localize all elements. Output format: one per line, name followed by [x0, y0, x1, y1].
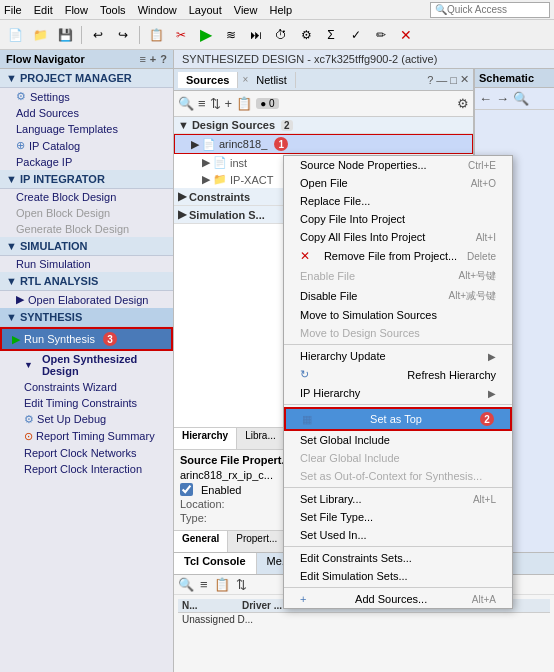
tab-minimize-icon[interactable]: —: [436, 74, 447, 86]
equals-icon[interactable]: ≡: [139, 53, 145, 65]
menu-view[interactable]: View: [234, 4, 258, 16]
check-button[interactable]: ✓: [345, 24, 367, 46]
tab-tcl-console[interactable]: Tcl Console: [174, 553, 257, 574]
ctx-disable-file[interactable]: Disable File Alt+减号键: [284, 286, 512, 306]
section-project-manager[interactable]: ▼ PROJECT MANAGER: [0, 69, 173, 88]
ctx-ip-hierarchy[interactable]: IP Hierarchy ▶: [284, 384, 512, 402]
tab-maximize-icon[interactable]: □: [450, 74, 457, 86]
tab-properties[interactable]: Propert...: [228, 531, 286, 552]
tab-library[interactable]: Libra...: [237, 428, 285, 449]
ctx-move-to-sim[interactable]: Move to Simulation Sources: [284, 306, 512, 324]
ctx-copy-all-files[interactable]: Copy All Files Into Project Alt+I: [284, 228, 512, 246]
nav-sub-report-clock[interactable]: Report Clock Networks: [0, 445, 173, 461]
step-button[interactable]: ⏭: [245, 24, 267, 46]
sigma-button[interactable]: Σ: [320, 24, 342, 46]
section-ip-integrator[interactable]: ▼ IP INTEGRATOR: [0, 170, 173, 189]
sort-icon[interactable]: ⇅: [210, 96, 221, 111]
menu-layout[interactable]: Layout: [189, 4, 222, 16]
menu-file[interactable]: File: [4, 4, 22, 16]
nav-item-open-elaborated-design[interactable]: ▶ Open Elaborated Design: [0, 291, 173, 308]
tab-hierarchy[interactable]: Hierarchy: [174, 428, 237, 449]
copy-button[interactable]: 📋: [145, 24, 167, 46]
add-sources-icon[interactable]: +: [225, 96, 233, 111]
ctx-edit-constraints[interactable]: Edit Constraints Sets...: [284, 549, 512, 567]
ctx-hierarchy-update[interactable]: Hierarchy Update ▶: [284, 347, 512, 365]
enabled-checkbox[interactable]: [180, 483, 193, 496]
stop-button[interactable]: ✕: [395, 24, 417, 46]
nav-item-language-templates[interactable]: Language Templates: [0, 121, 173, 137]
search-sources-icon[interactable]: 🔍: [178, 96, 194, 111]
sources-settings-icon[interactable]: ⚙: [457, 96, 469, 111]
nav-item-settings[interactable]: ⚙ Settings: [0, 88, 173, 105]
bottom-filter-icon[interactable]: ≡: [200, 577, 208, 592]
ctx-set-global-include[interactable]: Set Global Include: [284, 431, 512, 449]
bottom-copy-icon[interactable]: 📋: [214, 577, 230, 592]
section-synthesis[interactable]: ▼ SYNTHESIS: [0, 308, 173, 327]
cut-button[interactable]: ✂: [170, 24, 192, 46]
search-input[interactable]: [447, 4, 547, 15]
ctx-add-sources[interactable]: + Add Sources... Alt+A: [284, 590, 512, 608]
design-sources-section[interactable]: ▼ Design Sources 2: [174, 117, 473, 134]
tab-general[interactable]: General: [174, 531, 228, 552]
sch-forward-icon[interactable]: →: [496, 91, 509, 106]
tab-question-icon[interactable]: ?: [427, 74, 433, 86]
pen-button[interactable]: ✏: [370, 24, 392, 46]
ctx-set-as-top[interactable]: ▦ Set as Top 2: [284, 407, 512, 431]
bottom-search-icon[interactable]: 🔍: [178, 577, 194, 592]
ctx-open-file[interactable]: Open File Alt+O: [284, 174, 512, 192]
ctx-remove-file[interactable]: ✕ Remove File from Project... Delete: [284, 246, 512, 266]
nav-item-run-simulation[interactable]: Run Simulation: [0, 256, 173, 272]
nav-item-run-synthesis[interactable]: ▶ Run Synthesis 3: [0, 327, 173, 351]
nav-item-open-synthesized-design[interactable]: ▼ Open Synthesized Design: [0, 351, 173, 379]
ctx-source-node-properties[interactable]: Source Node Properties... Ctrl+E: [284, 156, 512, 174]
nav-item-ip-catalog[interactable]: ⊕ IP Catalog: [0, 137, 173, 154]
redo-button[interactable]: ↪: [112, 24, 134, 46]
menu-window[interactable]: Window: [138, 4, 177, 16]
ctx-copy-file[interactable]: Copy File Into Project: [284, 210, 512, 228]
bottom-sort-icon[interactable]: ⇅: [236, 577, 247, 592]
menu-tools[interactable]: Tools: [100, 4, 126, 16]
run-button[interactable]: ▶: [195, 24, 217, 46]
search-bar[interactable]: 🔍: [430, 2, 550, 18]
nav-sub-setup-debug[interactable]: ⚙ Set Up Debug: [0, 411, 173, 428]
filter-icon[interactable]: ≡: [198, 96, 206, 111]
sch-back-icon[interactable]: ←: [479, 91, 492, 106]
ctx-edit-sim-sets[interactable]: Edit Simulation Sets...: [284, 567, 512, 585]
ctx-set-file-type[interactable]: Set File Type...: [284, 508, 512, 526]
tab-netlist[interactable]: Netlist: [248, 72, 296, 88]
wave-button[interactable]: ≋: [220, 24, 242, 46]
section-rtl-analysis[interactable]: ▼ RTL ANALYSIS: [0, 272, 173, 291]
file-tree-item-arinc818[interactable]: ▶ 📄 arinc818_ 1: [174, 134, 473, 154]
undo-button[interactable]: ↩: [87, 24, 109, 46]
sch-search-icon[interactable]: 🔍: [513, 91, 529, 106]
ctx-set-library[interactable]: Set Library... Alt+L: [284, 490, 512, 508]
save-button[interactable]: 💾: [54, 24, 76, 46]
simulation-arrow: ▶: [178, 208, 186, 221]
nav-sub-report-timing[interactable]: ⊙ Report Timing Summary: [0, 428, 173, 445]
question-icon[interactable]: ?: [160, 53, 167, 65]
nav-item-create-block-design[interactable]: Create Block Design: [0, 189, 173, 205]
settings-button[interactable]: ⚙: [295, 24, 317, 46]
nav-sub-constraints-wizard[interactable]: Constraints Wizard: [0, 379, 173, 395]
ctx-replace-file-label: Replace File...: [300, 195, 370, 207]
plus-icon[interactable]: +: [150, 53, 156, 65]
open-button[interactable]: 📁: [29, 24, 51, 46]
menu-edit[interactable]: Edit: [34, 4, 53, 16]
nav-item-package-ip[interactable]: Package IP: [0, 154, 173, 170]
copy-sources-icon[interactable]: 📋: [236, 96, 252, 111]
nav-sub-report-clock-int[interactable]: Report Clock Interaction: [0, 461, 173, 477]
tab-close-panel-icon[interactable]: ✕: [460, 73, 469, 86]
tab-sources[interactable]: Sources: [178, 72, 238, 88]
menu-help[interactable]: Help: [269, 4, 292, 16]
clock-button[interactable]: ⏱: [270, 24, 292, 46]
search-icon: 🔍: [435, 4, 447, 15]
ctx-replace-file[interactable]: Replace File...: [284, 192, 512, 210]
ctx-refresh-hierarchy[interactable]: ↻ Refresh Hierarchy: [284, 365, 512, 384]
section-simulation[interactable]: ▼ SIMULATION: [0, 237, 173, 256]
ctx-set-used-in[interactable]: Set Used In...: [284, 526, 512, 544]
nav-item-add-sources[interactable]: Add Sources: [0, 105, 173, 121]
table-row[interactable]: Unassigned D...: [178, 613, 550, 626]
menu-flow[interactable]: Flow: [65, 4, 88, 16]
new-button[interactable]: 📄: [4, 24, 26, 46]
nav-sub-edit-timing[interactable]: Edit Timing Constraints: [0, 395, 173, 411]
